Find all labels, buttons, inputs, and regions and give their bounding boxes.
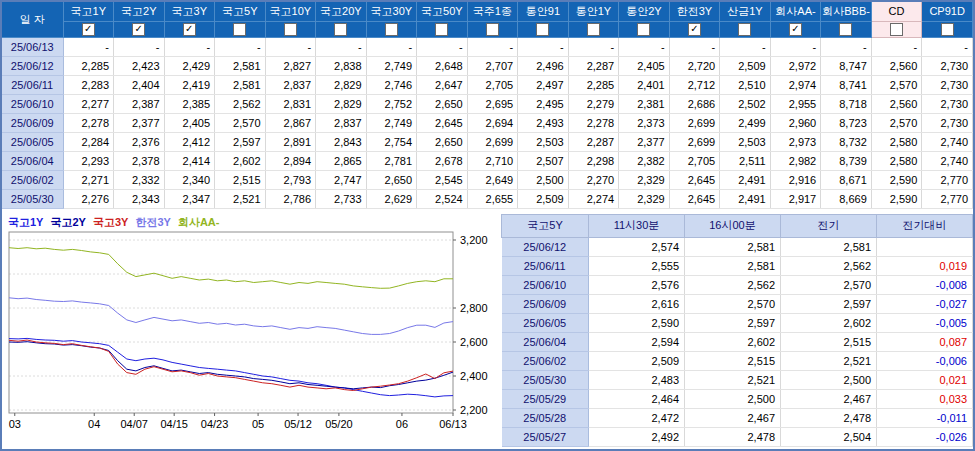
column-checkbox-cell-8	[467, 21, 518, 37]
value-1600: 2,478	[685, 427, 781, 446]
row-date: 25/06/09	[2, 113, 63, 132]
checkbox-unchecked-9[interactable]	[536, 23, 549, 36]
checkbox-unchecked-17[interactable]	[941, 23, 954, 36]
column-header-1[interactable]: 국고2Y	[114, 2, 165, 21]
value-1130: 2,555	[589, 256, 685, 275]
column-header-0[interactable]: 국고1Y	[63, 2, 114, 21]
yield-history-table: 일 자국고1Y국고2Y국고3Y국고5Y국고10Y국고20Y국고30Y국고50Y국…	[2, 2, 973, 209]
table-row: 25/06/122,5742,5812,581	[502, 237, 973, 256]
table-row: 25/06/102,2772,3872,3852,5622,8312,8292,…	[2, 94, 973, 113]
series-line-회사AA-	[9, 247, 453, 288]
value-prev: 2,500	[781, 370, 877, 389]
svg-text:04: 04	[88, 418, 100, 430]
checkbox-unchecked-11[interactable]	[637, 23, 650, 36]
series-line-국고2Y	[9, 341, 453, 388]
checkbox-unchecked-4[interactable]	[284, 23, 297, 36]
svg-text:2,600: 2,600	[460, 336, 488, 348]
checkbox-checked-12[interactable]: ✓	[688, 23, 701, 36]
value-diff: 0,021	[877, 370, 973, 389]
rt-header-1130: 11시30분	[589, 214, 685, 237]
yield-cell: 2,377	[619, 132, 670, 151]
value-diff	[877, 237, 973, 256]
column-checkbox-cell-5	[316, 21, 367, 37]
yield-cell: 2,515	[215, 170, 266, 189]
yield-cell: 2,649	[467, 170, 518, 189]
date-column-header: 일 자	[2, 2, 63, 37]
yield-cell: 2,705	[467, 75, 518, 94]
checkbox-unchecked-10[interactable]	[587, 23, 600, 36]
checkbox-unchecked-8[interactable]	[486, 23, 499, 36]
yield-cell: 2,491	[720, 170, 771, 189]
yield-cell: 2,332	[114, 170, 165, 189]
column-header-12[interactable]: 한전3Y	[669, 2, 720, 21]
column-header-9[interactable]: 통안91	[518, 2, 569, 21]
column-header-8[interactable]: 국주1종	[467, 2, 518, 21]
value-diff: 0,019	[877, 256, 973, 275]
checkbox-unchecked-6[interactable]	[385, 23, 398, 36]
checkbox-unchecked-16[interactable]	[890, 23, 903, 36]
checkbox-checked-0[interactable]: ✓	[82, 23, 95, 36]
yield-cell: 2,837	[265, 75, 316, 94]
yield-cell: 2,973	[770, 132, 821, 151]
yield-cell: 2,730	[922, 94, 973, 113]
yield-cell: 2,509	[720, 56, 771, 75]
yield-cell: 2,827	[265, 56, 316, 75]
bond-yield-window: 일 자국고1Y국고2Y국고3Y국고5Y국고10Y국고20Y국고30Y국고50Y국…	[0, 0, 975, 451]
yield-cell: 2,686	[669, 94, 720, 113]
column-header-4[interactable]: 국고10Y	[265, 2, 316, 21]
yield-cell: 2,650	[417, 132, 468, 151]
yield-cell: -	[619, 37, 670, 56]
checkbox-checked-1[interactable]: ✓	[132, 23, 145, 36]
column-header-13[interactable]: 산금1Y	[720, 2, 771, 21]
yield-cell: 8,669	[821, 189, 872, 208]
yield-cell: 2,829	[316, 75, 367, 94]
checkbox-unchecked-15[interactable]	[839, 23, 852, 36]
column-header-5[interactable]: 국고20Y	[316, 2, 367, 21]
yield-cell: 2,974	[770, 75, 821, 94]
yield-cell: 2,867	[265, 113, 316, 132]
column-header-17[interactable]: CP91D	[922, 2, 973, 21]
value-1600: 2,581	[685, 256, 781, 275]
checkbox-unchecked-3[interactable]	[233, 23, 246, 36]
column-header-15[interactable]: 회사BBB-	[821, 2, 872, 21]
yield-cell: 2,648	[417, 56, 468, 75]
yield-cell: 2,837	[316, 113, 367, 132]
yield-cell: 2,283	[63, 75, 114, 94]
yield-cell: 2,521	[215, 189, 266, 208]
yield-cell: 2,647	[417, 75, 468, 94]
yield-cell: -	[215, 37, 266, 56]
row-date: 25/05/30	[502, 370, 589, 389]
column-header-11[interactable]: 통안2Y	[619, 2, 670, 21]
checkbox-unchecked-5[interactable]	[334, 23, 347, 36]
value-1130: 2,464	[589, 389, 685, 408]
checkbox-unchecked-13[interactable]	[738, 23, 751, 36]
value-diff: -0,011	[877, 408, 973, 427]
yield-cell: 2,329	[619, 170, 670, 189]
column-checkbox-cell-14: ✓	[770, 21, 821, 37]
checkbox-checked-14[interactable]: ✓	[789, 23, 802, 36]
column-header-16[interactable]: CD	[871, 2, 922, 21]
checkbox-unchecked-7[interactable]	[435, 23, 448, 36]
yield-cell: 2,503	[518, 132, 569, 151]
yield-cell: 2,271	[63, 170, 114, 189]
yield-cell: 2,793	[265, 170, 316, 189]
yield-cell: 2,712	[669, 75, 720, 94]
column-header-10[interactable]: 통안1Y	[568, 2, 619, 21]
column-header-2[interactable]: 국고3Y	[164, 2, 215, 21]
yield-cell: 2,496	[518, 56, 569, 75]
yield-cell: 2,917	[770, 189, 821, 208]
column-header-3[interactable]: 국고5Y	[215, 2, 266, 21]
yield-cell: 2,401	[619, 75, 670, 94]
column-header-6[interactable]: 국고30Y	[366, 2, 417, 21]
column-header-7[interactable]: 국고50Y	[417, 2, 468, 21]
yield-cell: 2,645	[669, 189, 720, 208]
column-header-14[interactable]: 회사AA-	[770, 2, 821, 21]
yield-cell: 2,597	[215, 132, 266, 151]
yield-cell: 2,754	[366, 132, 417, 151]
column-checkbox-cell-10	[568, 21, 619, 37]
checkbox-checked-2[interactable]: ✓	[183, 23, 196, 36]
yield-cell: 2,385	[164, 94, 215, 113]
column-checkbox-cell-16	[871, 21, 922, 37]
yield-cell: -	[417, 37, 468, 56]
column-checkbox-cell-3	[215, 21, 266, 37]
